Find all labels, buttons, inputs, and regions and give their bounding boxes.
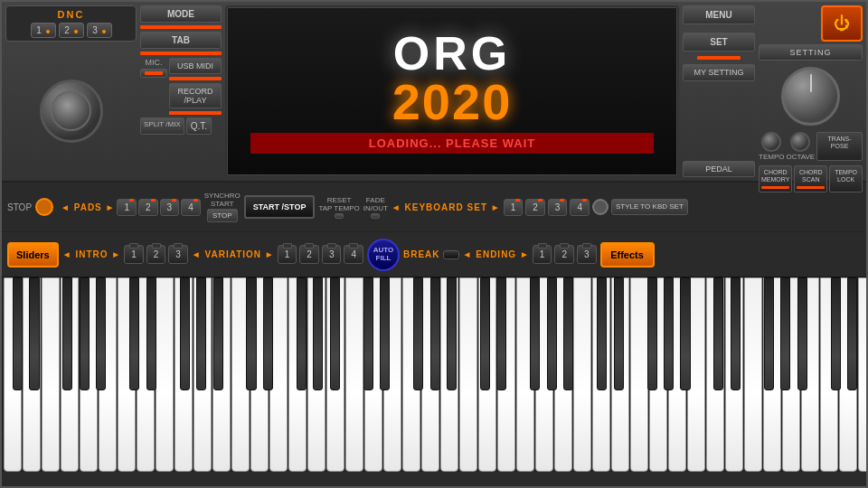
reset-button[interactable] — [335, 213, 344, 219]
black-key-26[interactable] — [447, 277, 457, 390]
black-key-32[interactable] — [547, 277, 557, 390]
break-button[interactable] — [443, 250, 459, 259]
black-key-36[interactable] — [614, 277, 624, 390]
qt-button[interactable]: Q.T. — [186, 117, 212, 135]
black-key-38[interactable] — [647, 277, 657, 390]
black-key-43[interactable] — [731, 277, 741, 390]
kbd-btn-1[interactable]: 1 — [504, 199, 524, 216]
power-button[interactable]: ⏻ — [821, 5, 863, 42]
kbd-btn-3[interactable]: 3 — [548, 199, 568, 216]
set-button[interactable]: SET — [683, 33, 755, 52]
my-setting-button[interactable]: MY SETTING — [683, 64, 755, 81]
black-key-8[interactable] — [146, 277, 156, 390]
ending-btn-3[interactable]: 3 — [577, 245, 597, 264]
black-key-49[interactable] — [831, 277, 841, 390]
white-key-45[interactable] — [858, 277, 866, 472]
sliders-button[interactable]: Sliders — [7, 242, 59, 267]
black-key-35[interactable] — [597, 277, 607, 390]
white-key-2[interactable] — [42, 277, 60, 472]
black-key-15[interactable] — [263, 277, 273, 390]
black-key-39[interactable] — [664, 277, 674, 390]
variation-btn-3[interactable]: 3 — [322, 245, 342, 264]
start-stop-button[interactable]: START /STOP — [244, 195, 316, 220]
kbd-btn-2[interactable]: 2 — [525, 199, 545, 216]
intro-btn-3[interactable]: 3 — [168, 245, 188, 264]
black-key-5[interactable] — [96, 277, 106, 390]
black-key-17[interactable] — [297, 277, 307, 390]
black-key-18[interactable] — [313, 277, 323, 390]
black-key-42[interactable] — [713, 277, 723, 390]
ending-btn-1[interactable]: 1 — [533, 245, 552, 264]
black-key-1[interactable] — [29, 277, 39, 390]
kbd-round-btn[interactable] — [592, 199, 609, 215]
black-key-47[interactable] — [797, 277, 807, 390]
intro-btn-2[interactable]: 2 — [146, 245, 166, 264]
tab-button[interactable]: TAB — [140, 32, 222, 49]
black-key-22[interactable] — [380, 277, 390, 390]
black-key-19[interactable] — [330, 277, 340, 390]
black-key-45[interactable] — [764, 277, 774, 390]
chord-scan-button[interactable]: CHORD SCAN — [794, 165, 827, 192]
tempo-lock-button[interactable]: TEMPO LOCK — [829, 165, 863, 192]
black-key-21[interactable] — [363, 277, 373, 390]
intro-btn-1[interactable]: 1 — [124, 245, 144, 264]
black-key-25[interactable] — [430, 277, 440, 390]
mic-btn[interactable] — [140, 69, 167, 78]
black-key-31[interactable] — [530, 277, 540, 390]
dnc-btn-2[interactable]: 2 — [59, 23, 84, 38]
effects-button[interactable]: Effects — [600, 242, 655, 267]
split-mix-button[interactable]: SPLIT /MIX — [140, 117, 184, 135]
pad-btn-4[interactable]: 4 — [181, 199, 201, 216]
pad-btn-2[interactable]: 2 — [138, 199, 158, 216]
black-key-50[interactable] — [847, 277, 857, 390]
black-key-24[interactable] — [413, 277, 423, 390]
black-key-40[interactable] — [680, 277, 690, 390]
black-key-33[interactable] — [563, 277, 573, 390]
variation-btn-1[interactable]: 1 — [278, 245, 297, 264]
left-panel: DNC 1 2 3 — [5, 5, 137, 177]
black-key-0[interactable] — [13, 277, 23, 390]
usb-midi-button[interactable]: USB MIDI — [169, 58, 222, 74]
octave-knob[interactable] — [790, 132, 810, 152]
kbd-btn-4[interactable]: 4 — [570, 199, 590, 216]
white-key-24[interactable] — [459, 277, 477, 472]
style-to-kbd-button[interactable]: STYLE TO KBD SET — [611, 199, 688, 215]
black-key-28[interactable] — [480, 277, 490, 390]
white-key-39[interactable] — [744, 277, 762, 472]
white-key-18[interactable] — [345, 277, 363, 472]
white-key-33[interactable] — [630, 277, 648, 472]
variation-btn-2[interactable]: 2 — [299, 245, 319, 264]
black-key-3[interactable] — [62, 277, 72, 390]
mode-button[interactable]: MODE — [140, 5, 222, 23]
pad-btn-3[interactable]: 3 — [160, 199, 180, 216]
dnc-btn-3[interactable]: 3 — [87, 23, 112, 38]
variation-btn-4[interactable]: 4 — [344, 245, 363, 264]
black-key-12[interactable] — [213, 277, 223, 390]
fade-button[interactable] — [371, 213, 380, 219]
menu-button[interactable]: MENU — [683, 5, 755, 24]
black-key-29[interactable] — [496, 277, 506, 390]
transpose-button[interactable]: TRANS- POSE — [816, 132, 863, 161]
black-key-10[interactable] — [180, 277, 190, 390]
ending-btn-2[interactable]: 2 — [554, 245, 574, 264]
stop-button[interactable] — [35, 198, 53, 216]
white-key-30[interactable] — [573, 277, 591, 472]
setting-button[interactable]: SETTING — [759, 44, 863, 61]
chord-memory-button[interactable]: CHORD MEMORY — [759, 165, 792, 192]
black-key-11[interactable] — [196, 277, 206, 390]
white-key-8[interactable] — [156, 277, 174, 472]
black-key-46[interactable] — [780, 277, 790, 390]
record-play-button[interactable]: RECORD /PLAY — [169, 83, 222, 108]
dnc-btn-1[interactable]: 1 — [31, 23, 56, 38]
tempo-knob[interactable] — [761, 132, 781, 152]
master-knob[interactable] — [781, 67, 840, 126]
pad-btn-1[interactable]: 1 — [117, 199, 137, 216]
main-knob[interactable] — [40, 80, 103, 143]
auto-fill-button[interactable]: AUTO FILL — [367, 239, 400, 271]
synchro-stop-btn[interactable]: STOP — [207, 209, 238, 222]
pedal-button[interactable]: PEDAL — [683, 161, 755, 177]
black-key-7[interactable] — [129, 277, 139, 390]
black-key-14[interactable] — [246, 277, 256, 390]
black-key-4[interactable] — [80, 277, 90, 390]
center-left: MODE TAB MIC. USB MIDI RECORD /PLAY — [140, 5, 222, 177]
